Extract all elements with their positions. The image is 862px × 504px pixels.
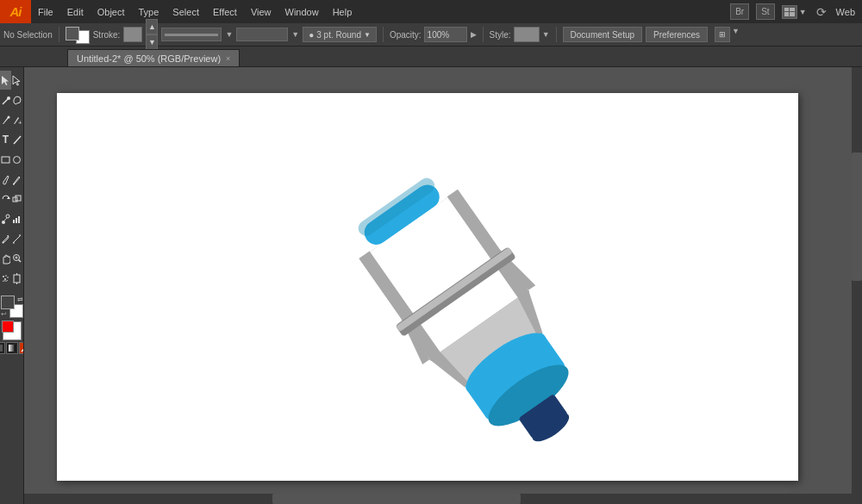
stock-button[interactable]: St: [756, 3, 774, 20]
document-canvas: [57, 93, 798, 481]
symbol-spray-tool[interactable]: [0, 269, 11, 288]
svg-point-8: [14, 156, 21, 163]
svg-point-28: [7, 277, 9, 278]
foreground-color-box[interactable]: [1, 296, 15, 309]
eyedropper-measure-pair: [0, 229, 23, 248]
opacity-field[interactable]: 100%: [424, 27, 467, 42]
eyedropper-tool[interactable]: [0, 229, 11, 248]
add-anchor-tool[interactable]: +: [11, 110, 22, 129]
workspace-grid-icon[interactable]: [782, 5, 797, 19]
svg-point-4: [8, 115, 10, 118]
arrange-icon-1[interactable]: ⊞: [715, 27, 730, 42]
menu-effect[interactable]: Effect: [206, 0, 244, 23]
type-tool[interactable]: T: [0, 130, 11, 149]
vertical-scrollbar-thumb[interactable]: [852, 152, 862, 281]
scale-tool[interactable]: [11, 190, 22, 208]
color-mode-indicators: [3, 321, 22, 340]
svg-text:+: +: [18, 119, 22, 126]
fill-swatch-group[interactable]: [66, 25, 90, 44]
direct-select-tool[interactable]: [11, 71, 22, 90]
tab-close-button[interactable]: ×: [226, 54, 230, 63]
pencil-tool[interactable]: [11, 170, 22, 189]
stroke-color-swatch[interactable]: [123, 27, 142, 42]
style-label: Style:: [490, 30, 511, 40]
canvas-area[interactable]: [24, 67, 862, 504]
stroke-profile-dropdown[interactable]: ● 3 pt. Round ▼: [303, 27, 377, 42]
svg-marker-0: [2, 76, 9, 85]
style-arrow[interactable]: ▼: [542, 30, 550, 39]
stroke-down[interactable]: ▼: [146, 34, 158, 50]
menu-select[interactable]: Select: [166, 0, 206, 23]
menu-object[interactable]: Object: [91, 0, 132, 23]
style-swatch[interactable]: [514, 27, 540, 42]
rectangle-tool[interactable]: [0, 150, 11, 169]
fill-none-indicator[interactable]: [3, 321, 22, 340]
variable-width-field[interactable]: [236, 28, 288, 41]
magic-wand-tool[interactable]: [0, 90, 11, 109]
color-section: ⇄ ↩: [0, 292, 24, 358]
zoom-tool[interactable]: [11, 249, 22, 268]
arrange-icons: ⊞ ▼: [715, 27, 740, 42]
svg-rect-17: [18, 216, 20, 223]
ellipse-tool[interactable]: [11, 150, 22, 169]
toolbar-divider-3: [483, 27, 484, 42]
vw-dropdown-arrow[interactable]: ▼: [291, 30, 299, 39]
app-logo: Ai: [0, 0, 31, 23]
red-fill-swatch[interactable]: [2, 320, 14, 333]
menu-window[interactable]: Window: [278, 0, 326, 23]
document-setup-button[interactable]: Document Setup: [563, 27, 643, 42]
line-tool[interactable]: [11, 130, 22, 149]
brush-pencil-pair: [0, 170, 23, 189]
blend-gradient-pair: [0, 209, 23, 228]
fill-mode-button[interactable]: [0, 342, 5, 354]
color-boxes[interactable]: ⇄ ↩: [1, 296, 23, 318]
blend-tool[interactable]: [0, 209, 11, 228]
measure-tool[interactable]: [11, 229, 22, 248]
opacity-arrow[interactable]: ▶: [471, 30, 477, 39]
horizontal-scrollbar[interactable]: [24, 494, 852, 504]
rotate-scale-pair: [0, 190, 23, 208]
rotate-tool[interactable]: [0, 190, 11, 208]
menu-view[interactable]: View: [244, 0, 278, 23]
stroke-up[interactable]: ▲: [146, 19, 158, 34]
gradient-mode-button[interactable]: [6, 342, 18, 354]
svg-rect-16: [16, 218, 17, 223]
stroke-dropdown-arrow[interactable]: ▼: [225, 30, 233, 39]
reset-colors-icon[interactable]: ↩: [1, 310, 7, 318]
brush-tool[interactable]: [0, 170, 11, 189]
menu-file[interactable]: File: [31, 0, 60, 23]
horizontal-scrollbar-thumb[interactable]: [272, 494, 521, 504]
stroke-arrows[interactable]: ▲ ▼: [146, 19, 158, 50]
artboard-tool[interactable]: [11, 269, 22, 288]
main-area: + T: [0, 67, 862, 504]
symbol-artboard-pair: [0, 269, 23, 288]
rect-ellipse-pair: [0, 150, 23, 169]
crutch-illustration: [57, 93, 798, 481]
pen-tool[interactable]: [0, 110, 11, 129]
document-tab[interactable]: Untitled-2* @ 50% (RGB/Preview) ×: [67, 49, 240, 66]
selection-indicator: No Selection: [3, 30, 53, 40]
arrange-arrow[interactable]: ▼: [732, 27, 740, 42]
preferences-button[interactable]: Preferences: [646, 27, 708, 42]
hand-zoom-pair: [0, 249, 23, 268]
svg-marker-1: [13, 76, 20, 85]
stroke-weight-bar[interactable]: [161, 28, 222, 41]
swap-colors-icon[interactable]: ⇄: [17, 296, 23, 303]
pen-tool-pair: +: [0, 110, 23, 129]
opacity-value: 100%: [428, 30, 450, 40]
stroke-weight-visual: [165, 34, 218, 36]
left-toolbar: + T: [0, 67, 24, 504]
column-graph-tool[interactable]: [11, 209, 22, 228]
menu-edit[interactable]: Edit: [60, 0, 91, 23]
opacity-label: Opacity:: [390, 30, 422, 40]
stroke-label: Stroke:: [93, 30, 121, 40]
menu-help[interactable]: Help: [326, 0, 359, 23]
toolbar-divider-4: [556, 27, 557, 42]
bridge-button[interactable]: Br: [730, 3, 749, 20]
hand-tool[interactable]: [0, 249, 11, 268]
sync-icon[interactable]: ⟳: [814, 4, 829, 20]
selection-tool[interactable]: [0, 71, 11, 90]
svg-point-26: [3, 276, 4, 277]
vertical-scrollbar[interactable]: [852, 67, 862, 494]
lasso-tool[interactable]: [11, 90, 22, 109]
